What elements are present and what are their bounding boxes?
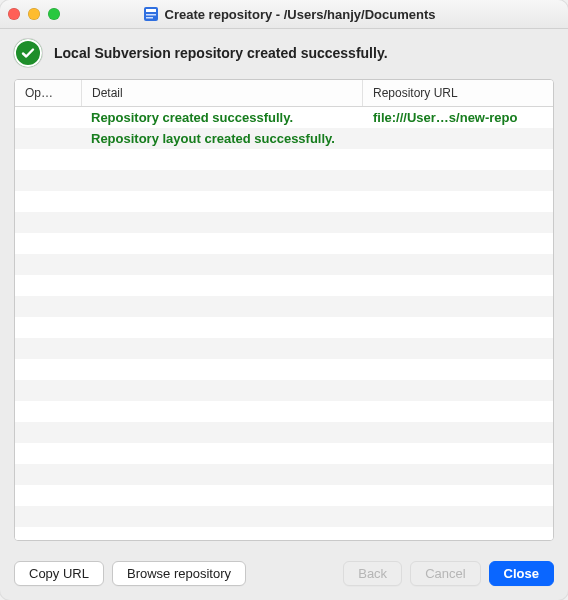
column-header-url[interactable]: Repository URL bbox=[363, 80, 553, 106]
results-table: Op… Detail Repository URL Repository cre… bbox=[14, 79, 554, 541]
copy-url-button[interactable]: Copy URL bbox=[14, 561, 104, 586]
table-row bbox=[15, 212, 553, 233]
table-row bbox=[15, 359, 553, 380]
success-icon bbox=[14, 39, 42, 67]
titlebar: Create repository - /Users/hanjy/Documen… bbox=[0, 0, 568, 29]
table-row bbox=[15, 506, 553, 527]
cancel-button: Cancel bbox=[410, 561, 480, 586]
status-banner: Local Subversion repository created succ… bbox=[0, 29, 568, 79]
svg-rect-2 bbox=[146, 14, 156, 16]
cell-url: file:///User…s/new-repo bbox=[363, 110, 553, 125]
app-icon bbox=[143, 6, 159, 22]
window-title-wrap: Create repository - /Users/hanjy/Documen… bbox=[18, 6, 560, 22]
column-header-detail[interactable]: Detail bbox=[82, 80, 363, 106]
close-button[interactable]: Close bbox=[489, 561, 554, 586]
svg-rect-1 bbox=[146, 9, 156, 12]
table-row bbox=[15, 254, 553, 275]
svg-rect-3 bbox=[146, 17, 153, 19]
column-header-operation[interactable]: Op… bbox=[15, 80, 82, 106]
table-row bbox=[15, 317, 553, 338]
cell-detail: Repository created successfully. bbox=[81, 110, 363, 125]
table-body: Repository created successfully.file:///… bbox=[15, 107, 553, 540]
table-row bbox=[15, 296, 553, 317]
table-row[interactable]: Repository layout created successfully. bbox=[15, 128, 553, 149]
dialog-button-bar: Copy URL Browse repository Back Cancel C… bbox=[0, 551, 568, 600]
table-row bbox=[15, 464, 553, 485]
table-row bbox=[15, 191, 553, 212]
browse-repository-button[interactable]: Browse repository bbox=[112, 561, 246, 586]
table-row bbox=[15, 401, 553, 422]
table-row bbox=[15, 338, 553, 359]
status-message: Local Subversion repository created succ… bbox=[54, 45, 388, 61]
back-button: Back bbox=[343, 561, 402, 586]
table-row bbox=[15, 380, 553, 401]
table-row bbox=[15, 527, 553, 540]
table-row bbox=[15, 485, 553, 506]
table-row bbox=[15, 233, 553, 254]
table-row bbox=[15, 275, 553, 296]
table-header: Op… Detail Repository URL bbox=[15, 80, 553, 107]
table-row bbox=[15, 422, 553, 443]
window-title: Create repository - /Users/hanjy/Documen… bbox=[165, 7, 436, 22]
window: Create repository - /Users/hanjy/Documen… bbox=[0, 0, 568, 600]
table-row bbox=[15, 443, 553, 464]
table-row[interactable]: Repository created successfully.file:///… bbox=[15, 107, 553, 128]
cell-detail: Repository layout created successfully. bbox=[81, 131, 363, 146]
table-row bbox=[15, 149, 553, 170]
table-row bbox=[15, 170, 553, 191]
